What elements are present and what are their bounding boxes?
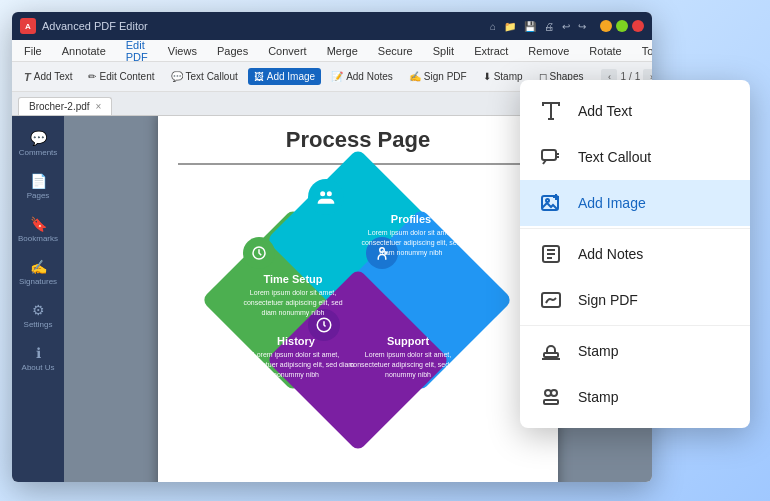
about-icon: ℹ — [36, 345, 41, 361]
text-callout-dd-label: Text Callout — [578, 149, 651, 165]
app-title: Advanced PDF Editor — [42, 20, 484, 32]
dd-stamp-2[interactable]: Stamp — [520, 374, 750, 420]
settings-icon: ⚙ — [32, 302, 45, 318]
edit-content-label: Edit Content — [99, 71, 154, 82]
menu-rotate[interactable]: Rotate — [585, 43, 625, 59]
add-image-icon: 🖼 — [254, 71, 264, 82]
dropdown-separator-2 — [520, 325, 750, 326]
dropdown-separator-1 — [520, 228, 750, 229]
diamond-area: Time Setup Lorem ipsum dolor sit amet, c… — [178, 175, 538, 455]
close-button[interactable] — [632, 20, 644, 32]
dd-stamp-1[interactable]: Stamp — [520, 328, 750, 374]
app-logo: A — [20, 18, 36, 34]
menu-file[interactable]: File — [20, 43, 46, 59]
sidebar-item-comments[interactable]: 💬 Comments — [12, 124, 64, 163]
text-callout-icon: 💬 — [171, 71, 183, 82]
sign-pdf-dd-label: Sign PDF — [578, 292, 638, 308]
sidebar-label-signatures: Signatures — [19, 277, 57, 286]
sidebar-item-settings[interactable]: ⚙ Settings — [12, 296, 64, 335]
add-text-dd-label: Add Text — [578, 103, 632, 119]
menu-pages[interactable]: Pages — [213, 43, 252, 59]
menu-merge[interactable]: Merge — [323, 43, 362, 59]
svg-rect-13 — [544, 400, 558, 404]
svg-point-1 — [327, 191, 332, 196]
menu-views[interactable]: Views — [164, 43, 201, 59]
document-tab[interactable]: Brocher-2.pdf × — [18, 97, 112, 115]
text-callout-dd-icon — [538, 144, 564, 170]
window-controls — [600, 20, 644, 32]
bookmarks-icon: 🔖 — [30, 216, 47, 232]
stamp-2-dd-icon — [538, 384, 564, 410]
sign-pdf-button[interactable]: ✍ Sign PDF — [403, 68, 473, 85]
maximize-button[interactable] — [616, 20, 628, 32]
add-notes-label: Add Notes — [346, 71, 393, 82]
menu-split[interactable]: Split — [429, 43, 458, 59]
dd-add-image[interactable]: Add Image — [520, 180, 750, 226]
svg-rect-10 — [544, 353, 558, 357]
folder-icon[interactable]: 📁 — [504, 21, 516, 32]
sidebar-item-pages[interactable]: 📄 Pages — [12, 167, 64, 206]
menu-bar: File Annotate Edit PDF Views Pages Conve… — [12, 40, 652, 62]
svg-point-12 — [551, 390, 557, 396]
sidebar-label-about: About Us — [22, 363, 55, 372]
sign-pdf-label: Sign PDF — [424, 71, 467, 82]
add-image-dd-icon — [538, 190, 564, 216]
svg-point-0 — [320, 191, 325, 196]
add-image-label: Add Image — [267, 71, 315, 82]
stamp-1-dd-label: Stamp — [578, 343, 618, 359]
sidebar-label-pages: Pages — [27, 191, 50, 200]
home-icon[interactable]: ⌂ — [490, 21, 496, 32]
add-image-dd-label: Add Image — [578, 195, 646, 211]
menu-extract[interactable]: Extract — [470, 43, 512, 59]
save-icon[interactable]: 💾 — [524, 21, 536, 32]
dropdown-panel: Add Text Text Callout Add Image — [520, 80, 750, 428]
menu-tools[interactable]: Tools — [638, 43, 652, 59]
sidebar-item-about[interactable]: ℹ About Us — [12, 339, 64, 378]
sign-pdf-dd-icon — [538, 287, 564, 313]
title-bar-icons: ⌂ 📁 💾 🖨 ↩ ↪ — [490, 21, 586, 32]
menu-edit-pdf[interactable]: Edit PDF — [122, 37, 152, 65]
menu-convert[interactable]: Convert — [264, 43, 311, 59]
dd-add-text[interactable]: Add Text — [520, 88, 750, 134]
sidebar-label-comments: Comments — [19, 148, 58, 157]
pages-icon: 📄 — [30, 173, 47, 189]
svg-rect-5 — [542, 150, 556, 160]
dd-add-notes[interactable]: Add Notes — [520, 231, 750, 277]
add-notes-button[interactable]: 📝 Add Notes — [325, 68, 399, 85]
minimize-button[interactable] — [600, 20, 612, 32]
text-callout-button[interactable]: 💬 Text Callout — [165, 68, 244, 85]
menu-annotate[interactable]: Annotate — [58, 43, 110, 59]
menu-secure[interactable]: Secure — [374, 43, 417, 59]
add-text-label: Add Text — [34, 71, 73, 82]
sidebar: 💬 Comments 📄 Pages 🔖 Bookmarks ✍ Signatu… — [12, 116, 64, 482]
time-setup-circle-icon — [243, 237, 275, 269]
redo-icon[interactable]: ↪ — [578, 21, 586, 32]
tab-close-button[interactable]: × — [96, 101, 102, 112]
title-bar: A Advanced PDF Editor ⌂ 📁 💾 🖨 ↩ ↪ — [12, 12, 652, 40]
stamp-icon: ⬇ — [483, 71, 491, 82]
profiles-circle-icon — [308, 179, 344, 215]
stamp-1-dd-icon — [538, 338, 564, 364]
sidebar-label-settings: Settings — [24, 320, 53, 329]
print-icon[interactable]: 🖨 — [544, 21, 554, 32]
menu-remove[interactable]: Remove — [524, 43, 573, 59]
edit-content-icon: ✏ — [88, 71, 96, 82]
add-text-button[interactable]: T Add Text — [18, 68, 78, 86]
support-circle-icon — [308, 309, 340, 341]
sidebar-item-bookmarks[interactable]: 🔖 Bookmarks — [12, 210, 64, 249]
signatures-icon: ✍ — [30, 259, 47, 275]
dd-sign-pdf[interactable]: Sign PDF — [520, 277, 750, 323]
stamp-label: Stamp — [494, 71, 523, 82]
add-notes-dd-icon — [538, 241, 564, 267]
sign-pdf-icon: ✍ — [409, 71, 421, 82]
add-notes-icon: 📝 — [331, 71, 343, 82]
add-image-button[interactable]: 🖼 Add Image — [248, 68, 321, 85]
pdf-page: Process Page — [158, 116, 558, 482]
sidebar-item-signatures[interactable]: ✍ Signatures — [12, 253, 64, 292]
edit-content-button[interactable]: ✏ Edit Content — [82, 68, 160, 85]
page-title-bold: Page — [378, 127, 431, 152]
undo-icon[interactable]: ↩ — [562, 21, 570, 32]
dd-text-callout[interactable]: Text Callout — [520, 134, 750, 180]
add-text-icon: T — [24, 71, 31, 83]
svg-point-3 — [380, 248, 385, 253]
